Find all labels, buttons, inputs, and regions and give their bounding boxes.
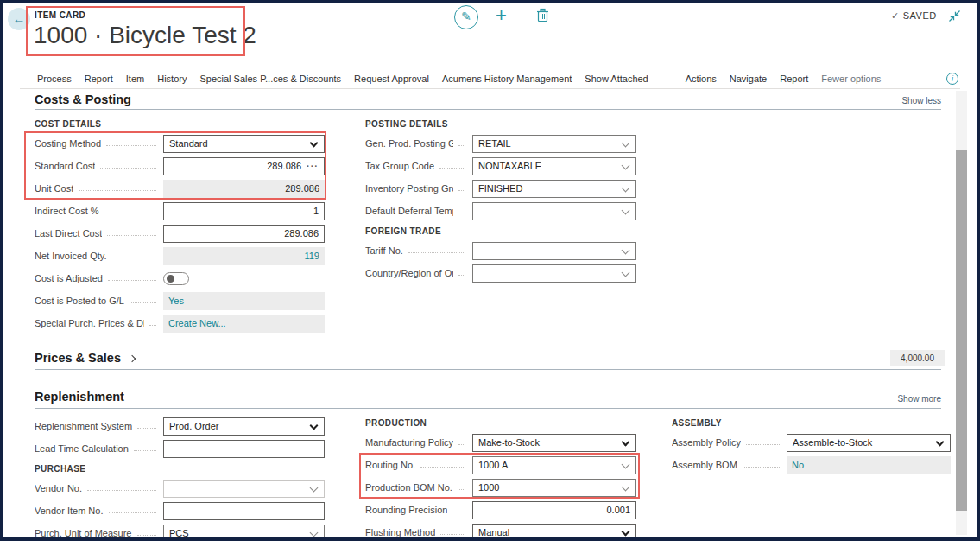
chevron-down-icon[interactable] xyxy=(310,138,319,147)
field-row: Inventory Posting GroupFINISHED xyxy=(365,177,636,200)
dotted-leader xyxy=(104,213,156,213)
text-input[interactable]: 289.086 xyxy=(163,225,325,243)
ribbon-right-group: ActionsNavigateReport xyxy=(686,73,809,84)
menu-item[interactable]: Request Approval xyxy=(354,73,429,84)
chevron-down-icon[interactable] xyxy=(622,245,630,254)
lookup-field[interactable]: FINISHED xyxy=(472,180,636,198)
edit-button[interactable]: ✎ xyxy=(454,5,478,29)
menu-item[interactable]: Item xyxy=(126,73,144,84)
section-replenishment[interactable]: Replenishment xyxy=(35,390,124,404)
item-card-page: ← ITEM CARD 1000 · Bicycle Test 2 ✎ + ✓S… xyxy=(0,0,980,541)
lookup-field[interactable]: NONTAXABLE xyxy=(472,157,636,175)
dropdown-field[interactable]: Make-to-Stock xyxy=(472,434,636,452)
menu-item[interactable]: Show Attached xyxy=(585,73,648,84)
dropdown-field[interactable]: Standard xyxy=(163,135,325,153)
field-value: Create New... xyxy=(168,318,226,328)
drilldown-link[interactable]: 119 xyxy=(163,247,325,265)
back-button[interactable]: ← xyxy=(8,8,30,30)
prices-summary-badge[interactable]: 4,000.00 xyxy=(890,350,945,366)
ribbon-divider xyxy=(667,71,667,87)
link-field[interactable]: Yes xyxy=(163,292,325,310)
field-row: Tax Group CodeNONTAXABLE xyxy=(365,155,636,177)
lookup-field[interactable] xyxy=(472,264,636,283)
plus-icon: + xyxy=(496,4,507,26)
field-row: Production BOM No.1000 xyxy=(365,476,636,499)
lookup-field[interactable] xyxy=(472,242,636,260)
menu-item[interactable]: History xyxy=(157,73,187,84)
dotted-leader xyxy=(458,444,465,445)
field-value: 289.086 xyxy=(267,161,301,171)
chevron-down-icon[interactable] xyxy=(622,527,630,536)
section-prices-sales[interactable]: Prices & Sales xyxy=(35,351,135,365)
field-label: Cost is Posted to G/L xyxy=(35,296,124,306)
fewer-options-button[interactable]: Fewer options xyxy=(821,73,881,84)
text-input[interactable]: 289.086··· xyxy=(163,157,325,175)
chevron-down-icon[interactable] xyxy=(622,138,630,147)
link-field[interactable]: Create New... xyxy=(163,315,325,333)
chevron-down-icon[interactable] xyxy=(622,460,630,468)
field-label: Vendor No. xyxy=(35,483,82,493)
cost-details-column: COST DETAILSCosting MethodStandardStanda… xyxy=(35,115,325,334)
collapse-window-button[interactable] xyxy=(948,10,961,26)
show-less-link[interactable]: Show less xyxy=(901,96,941,105)
toggle-knob xyxy=(167,275,174,283)
menu-item[interactable]: Special Sales P...ces & Discounts xyxy=(199,73,341,84)
text-input[interactable]: 0.001 xyxy=(472,501,636,519)
chevron-down-icon[interactable] xyxy=(310,483,319,492)
field-row: Costing MethodStandard xyxy=(35,132,325,155)
text-input[interactable] xyxy=(163,440,325,458)
lookup-field[interactable]: PCS xyxy=(163,525,325,541)
dropdown-field[interactable]: Assemble-to-Stock xyxy=(787,434,951,452)
menu-item[interactable]: Report xyxy=(780,73,808,84)
field-label: Tax Group Code xyxy=(365,161,434,171)
lookup-field[interactable]: RETAIL xyxy=(472,135,636,153)
link-field[interactable]: No xyxy=(787,456,951,474)
dotted-leader xyxy=(112,258,156,258)
menu-item[interactable]: Navigate xyxy=(730,73,767,84)
field-label: Indirect Cost % xyxy=(35,206,99,216)
dotted-leader xyxy=(100,168,156,169)
lookup-field[interactable] xyxy=(472,202,636,220)
check-icon: ✓ xyxy=(891,10,900,21)
dotted-leader xyxy=(452,512,465,512)
new-button[interactable]: + xyxy=(496,4,507,27)
field-row: Cost is Adjusted xyxy=(35,267,325,290)
dropdown-field[interactable]: Manual xyxy=(472,524,636,541)
dropdown-field[interactable]: Prod. Order xyxy=(163,417,325,436)
show-more-link[interactable]: Show more xyxy=(897,394,941,404)
lookup-field[interactable] xyxy=(163,480,325,498)
field-value: Prod. Order xyxy=(169,421,232,431)
menu-item[interactable]: Actions xyxy=(686,73,717,84)
chevron-down-icon[interactable] xyxy=(310,421,319,430)
dotted-leader xyxy=(439,168,465,169)
dotted-leader xyxy=(420,467,465,468)
delete-button[interactable] xyxy=(536,8,549,26)
lookup-field[interactable]: 1000 xyxy=(472,479,636,497)
text-input[interactable]: 1 xyxy=(163,202,325,220)
field-label: Manufacturing Policy xyxy=(365,437,453,448)
save-status: ✓SAVED xyxy=(891,10,937,22)
text-input[interactable] xyxy=(163,502,325,520)
chevron-down-icon[interactable] xyxy=(622,206,630,214)
field-label: Default Deferral Template xyxy=(365,206,453,216)
chevron-down-icon[interactable] xyxy=(622,437,630,446)
lookup-field[interactable]: 1000 A xyxy=(472,456,636,474)
field-row: Net Invoiced Qty.119 xyxy=(35,245,325,267)
section-costs-posting[interactable]: Costs & Posting xyxy=(35,92,131,106)
toggle-switch[interactable] xyxy=(163,270,325,288)
menu-item[interactable]: Report xyxy=(85,73,113,84)
chevron-down-icon[interactable] xyxy=(622,268,630,277)
chevron-down-icon[interactable] xyxy=(622,482,630,491)
action-ribbon: ProcessReportItemHistorySpecial Sales P.… xyxy=(37,70,958,87)
chevron-down-icon[interactable] xyxy=(622,183,630,192)
chevron-down-icon[interactable] xyxy=(936,437,945,446)
assist-edit-dots[interactable]: ··· xyxy=(307,161,319,171)
menu-item[interactable]: Process xyxy=(37,73,72,84)
dotted-leader xyxy=(458,213,465,213)
scrollbar-thumb[interactable] xyxy=(956,150,967,511)
info-icon[interactable]: i xyxy=(946,73,958,85)
field-value: No xyxy=(792,460,804,470)
menu-item[interactable]: Acumens History Management xyxy=(442,73,572,84)
chevron-down-icon[interactable] xyxy=(310,528,319,537)
chevron-down-icon[interactable] xyxy=(622,161,630,169)
